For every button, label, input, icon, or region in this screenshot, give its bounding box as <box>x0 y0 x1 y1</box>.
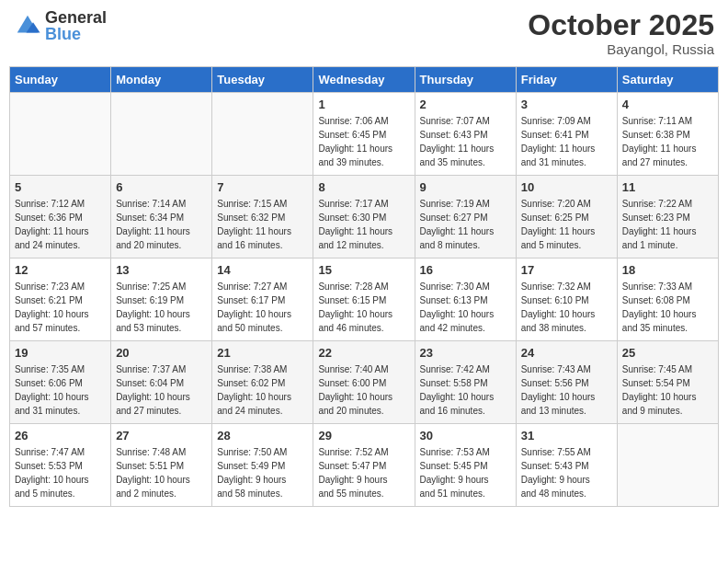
day-header-tuesday: Tuesday <box>212 67 313 93</box>
day-info: Sunrise: 7:23 AM Sunset: 6:21 PM Dayligh… <box>15 280 106 335</box>
day-number: 26 <box>15 429 106 442</box>
title-block: October 2025 Bayangol, Russia <box>528 9 714 57</box>
day-number: 6 <box>116 180 207 194</box>
day-info: Sunrise: 7:55 AM Sunset: 5:43 PM Dayligh… <box>521 445 612 500</box>
calendar-cell: 1Sunrise: 7:06 AM Sunset: 6:45 PM Daylig… <box>313 93 415 176</box>
calendar-cell: 31Sunrise: 7:55 AM Sunset: 5:43 PM Dayli… <box>516 424 617 507</box>
day-number: 24 <box>521 346 612 360</box>
day-header-thursday: Thursday <box>415 67 516 93</box>
calendar-cell: 18Sunrise: 7:33 AM Sunset: 6:08 PM Dayli… <box>617 259 718 341</box>
day-info: Sunrise: 7:40 AM Sunset: 6:00 PM Dayligh… <box>318 362 409 418</box>
day-info: Sunrise: 7:27 AM Sunset: 6:17 PM Dayligh… <box>217 280 308 335</box>
day-number: 2 <box>420 98 511 111</box>
day-info: Sunrise: 7:45 AM Sunset: 5:54 PM Dayligh… <box>622 362 713 418</box>
day-number: 13 <box>116 263 207 277</box>
day-number: 27 <box>116 429 207 442</box>
day-number: 31 <box>521 429 612 442</box>
day-number: 1 <box>318 98 409 111</box>
day-number: 22 <box>318 346 409 360</box>
day-number: 30 <box>420 429 511 442</box>
calendar-cell: 13Sunrise: 7:25 AM Sunset: 6:19 PM Dayli… <box>111 259 212 341</box>
calendar-cell: 26Sunrise: 7:47 AM Sunset: 5:53 PM Dayli… <box>10 424 111 507</box>
calendar-cell: 14Sunrise: 7:27 AM Sunset: 6:17 PM Dayli… <box>212 259 313 341</box>
day-info: Sunrise: 7:15 AM Sunset: 6:32 PM Dayligh… <box>217 197 308 252</box>
day-info: Sunrise: 7:17 AM Sunset: 6:30 PM Dayligh… <box>318 197 409 252</box>
day-info: Sunrise: 7:43 AM Sunset: 5:56 PM Dayligh… <box>521 362 612 418</box>
calendar-cell: 5Sunrise: 7:12 AM Sunset: 6:36 PM Daylig… <box>10 176 111 259</box>
calendar-cell: 19Sunrise: 7:35 AM Sunset: 6:06 PM Dayli… <box>10 341 111 424</box>
calendar-cell: 21Sunrise: 7:38 AM Sunset: 6:02 PM Dayli… <box>212 341 313 424</box>
calendar-cell: 6Sunrise: 7:14 AM Sunset: 6:34 PM Daylig… <box>111 176 212 259</box>
day-number: 9 <box>420 180 511 194</box>
day-number: 7 <box>217 180 308 194</box>
day-number: 4 <box>622 98 713 111</box>
day-number: 10 <box>521 180 612 194</box>
day-number: 16 <box>420 263 511 277</box>
calendar-cell: 22Sunrise: 7:40 AM Sunset: 6:00 PM Dayli… <box>313 341 415 424</box>
calendar-cell: 9Sunrise: 7:19 AM Sunset: 6:27 PM Daylig… <box>415 176 516 259</box>
day-info: Sunrise: 7:32 AM Sunset: 6:10 PM Dayligh… <box>521 280 612 335</box>
calendar-week-3: 12Sunrise: 7:23 AM Sunset: 6:21 PM Dayli… <box>10 259 719 341</box>
day-info: Sunrise: 7:48 AM Sunset: 5:51 PM Dayligh… <box>116 445 207 500</box>
day-number: 11 <box>622 180 713 194</box>
calendar-week-1: 1Sunrise: 7:06 AM Sunset: 6:45 PM Daylig… <box>10 93 719 176</box>
calendar-cell: 11Sunrise: 7:22 AM Sunset: 6:23 PM Dayli… <box>617 176 718 259</box>
calendar-cell: 20Sunrise: 7:37 AM Sunset: 6:04 PM Dayli… <box>111 341 212 424</box>
day-info: Sunrise: 7:37 AM Sunset: 6:04 PM Dayligh… <box>116 362 207 418</box>
location-title: Bayangol, Russia <box>528 41 714 57</box>
calendar-cell <box>10 93 111 176</box>
day-header-wednesday: Wednesday <box>313 67 415 93</box>
calendar-cell: 16Sunrise: 7:30 AM Sunset: 6:13 PM Dayli… <box>415 259 516 341</box>
day-info: Sunrise: 7:12 AM Sunset: 6:36 PM Dayligh… <box>15 197 106 252</box>
logo-text: General Blue <box>45 9 107 42</box>
day-number: 21 <box>217 346 308 360</box>
calendar-cell: 23Sunrise: 7:42 AM Sunset: 5:58 PM Dayli… <box>415 341 516 424</box>
day-info: Sunrise: 7:20 AM Sunset: 6:25 PM Dayligh… <box>521 197 612 252</box>
calendar-week-4: 19Sunrise: 7:35 AM Sunset: 6:06 PM Dayli… <box>10 341 719 424</box>
day-info: Sunrise: 7:53 AM Sunset: 5:45 PM Dayligh… <box>420 445 511 500</box>
calendar-cell <box>111 93 212 176</box>
day-info: Sunrise: 7:11 AM Sunset: 6:38 PM Dayligh… <box>622 114 713 169</box>
day-number: 12 <box>15 263 106 277</box>
calendar-week-2: 5Sunrise: 7:12 AM Sunset: 6:36 PM Daylig… <box>10 176 719 259</box>
day-info: Sunrise: 7:28 AM Sunset: 6:15 PM Dayligh… <box>318 280 409 335</box>
day-info: Sunrise: 7:33 AM Sunset: 6:08 PM Dayligh… <box>622 280 713 335</box>
calendar-cell: 28Sunrise: 7:50 AM Sunset: 5:49 PM Dayli… <box>212 424 313 507</box>
calendar-cell: 15Sunrise: 7:28 AM Sunset: 6:15 PM Dayli… <box>313 259 415 341</box>
logo-icon <box>14 12 41 40</box>
calendar-cell: 27Sunrise: 7:48 AM Sunset: 5:51 PM Dayli… <box>111 424 212 507</box>
day-info: Sunrise: 7:14 AM Sunset: 6:34 PM Dayligh… <box>116 197 207 252</box>
calendar-cell: 7Sunrise: 7:15 AM Sunset: 6:32 PM Daylig… <box>212 176 313 259</box>
page-header: General Blue October 2025 Bayangol, Russ… <box>9 9 719 57</box>
day-number: 3 <box>521 98 612 111</box>
day-number: 20 <box>116 346 207 360</box>
calendar-cell: 17Sunrise: 7:32 AM Sunset: 6:10 PM Dayli… <box>516 259 617 341</box>
day-info: Sunrise: 7:50 AM Sunset: 5:49 PM Dayligh… <box>217 445 308 500</box>
calendar-header-row: SundayMondayTuesdayWednesdayThursdayFrid… <box>10 67 719 93</box>
calendar-cell: 29Sunrise: 7:52 AM Sunset: 5:47 PM Dayli… <box>313 424 415 507</box>
day-number: 18 <box>622 263 713 277</box>
calendar-cell: 3Sunrise: 7:09 AM Sunset: 6:41 PM Daylig… <box>516 93 617 176</box>
calendar-cell: 8Sunrise: 7:17 AM Sunset: 6:30 PM Daylig… <box>313 176 415 259</box>
day-header-saturday: Saturday <box>617 67 718 93</box>
calendar-week-5: 26Sunrise: 7:47 AM Sunset: 5:53 PM Dayli… <box>10 424 719 507</box>
day-number: 29 <box>318 429 409 442</box>
logo-general-text: General <box>45 9 107 26</box>
day-info: Sunrise: 7:52 AM Sunset: 5:47 PM Dayligh… <box>318 445 409 500</box>
calendar-cell <box>212 93 313 176</box>
day-info: Sunrise: 7:22 AM Sunset: 6:23 PM Dayligh… <box>622 197 713 252</box>
day-number: 28 <box>217 429 308 442</box>
day-info: Sunrise: 7:09 AM Sunset: 6:41 PM Dayligh… <box>521 114 612 169</box>
calendar-cell: 4Sunrise: 7:11 AM Sunset: 6:38 PM Daylig… <box>617 93 718 176</box>
day-info: Sunrise: 7:07 AM Sunset: 6:43 PM Dayligh… <box>420 114 511 169</box>
day-info: Sunrise: 7:47 AM Sunset: 5:53 PM Dayligh… <box>15 445 106 500</box>
logo: General Blue <box>14 9 107 42</box>
calendar-cell: 10Sunrise: 7:20 AM Sunset: 6:25 PM Dayli… <box>516 176 617 259</box>
calendar-table: SundayMondayTuesdayWednesdayThursdayFrid… <box>9 66 719 507</box>
calendar-cell: 2Sunrise: 7:07 AM Sunset: 6:43 PM Daylig… <box>415 93 516 176</box>
day-header-friday: Friday <box>516 67 617 93</box>
calendar-cell: 12Sunrise: 7:23 AM Sunset: 6:21 PM Dayli… <box>10 259 111 341</box>
calendar-cell: 30Sunrise: 7:53 AM Sunset: 5:45 PM Dayli… <box>415 424 516 507</box>
day-number: 14 <box>217 263 308 277</box>
day-info: Sunrise: 7:35 AM Sunset: 6:06 PM Dayligh… <box>15 362 106 418</box>
